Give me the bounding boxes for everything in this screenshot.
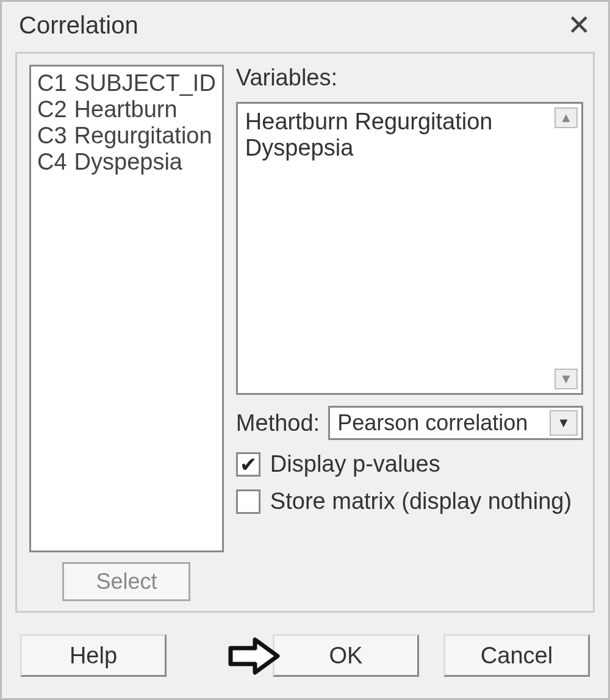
close-icon[interactable]: ✕: [562, 11, 596, 39]
cancel-button[interactable]: Cancel: [443, 634, 590, 677]
checkbox-display-pvalues[interactable]: ✔ Display p-values: [236, 451, 583, 477]
left-column: C1 SUBJECT_ID C2 Heartburn C3 Regurgitat…: [29, 65, 224, 601]
columns-listbox[interactable]: C1 SUBJECT_ID C2 Heartburn C3 Regurgitat…: [29, 65, 224, 552]
variables-input[interactable]: Heartburn Regurgitation Dyspepsia ▲ ▼: [236, 102, 583, 395]
method-row: Method: Pearson correlation ▼: [236, 406, 583, 440]
select-button[interactable]: Select: [62, 562, 190, 601]
checkbox-label: Store matrix (display nothing): [270, 488, 572, 514]
scroll-down-icon[interactable]: ▼: [554, 369, 578, 389]
method-selected: Pearson correlation: [337, 410, 528, 436]
list-item: C3 Regurgitation: [34, 123, 220, 149]
checkbox-label: Display p-values: [270, 451, 440, 477]
list-item: C2 Heartburn: [34, 96, 220, 123]
checkbox-store-matrix[interactable]: Store matrix (display nothing): [236, 488, 583, 514]
variables-text: Heartburn Regurgitation Dyspepsia: [245, 109, 493, 161]
correlation-dialog: Correlation ✕ C1 SUBJECT_ID C2 Heartburn…: [0, 0, 610, 700]
help-button[interactable]: Help: [20, 634, 167, 677]
dialog-title: Correlation: [19, 12, 138, 39]
scroll-up-icon[interactable]: ▲: [554, 107, 578, 128]
method-select[interactable]: Pearson correlation ▼: [328, 406, 583, 440]
column-code[interactable]: C1: [34, 70, 71, 96]
column-code[interactable]: C3: [34, 123, 71, 149]
titlebar: Correlation ✕: [2, 2, 608, 46]
column-name[interactable]: Heartburn: [71, 96, 220, 123]
column-code[interactable]: C2: [34, 96, 71, 123]
column-name[interactable]: Dyspepsia: [71, 149, 220, 175]
chevron-down-icon[interactable]: ▼: [550, 410, 578, 436]
arrow-right-icon: [228, 635, 282, 677]
list-item: C1 SUBJECT_ID: [34, 70, 220, 96]
column-name[interactable]: Regurgitation: [71, 123, 220, 149]
checkbox-icon[interactable]: [236, 489, 260, 514]
column-code[interactable]: C4: [34, 149, 71, 175]
variables-label: Variables:: [236, 65, 583, 91]
list-item: C4 Dyspepsia: [34, 149, 220, 175]
right-column: Variables: Heartburn Regurgitation Dyspe…: [236, 65, 583, 601]
content-frame: C1 SUBJECT_ID C2 Heartburn C3 Regurgitat…: [15, 52, 595, 613]
checkbox-icon[interactable]: ✔: [236, 452, 260, 477]
ok-button[interactable]: OK: [273, 634, 419, 677]
method-label: Method:: [236, 410, 320, 436]
footer: Help OK Cancel: [20, 631, 590, 680]
column-name[interactable]: SUBJECT_ID: [71, 70, 220, 96]
